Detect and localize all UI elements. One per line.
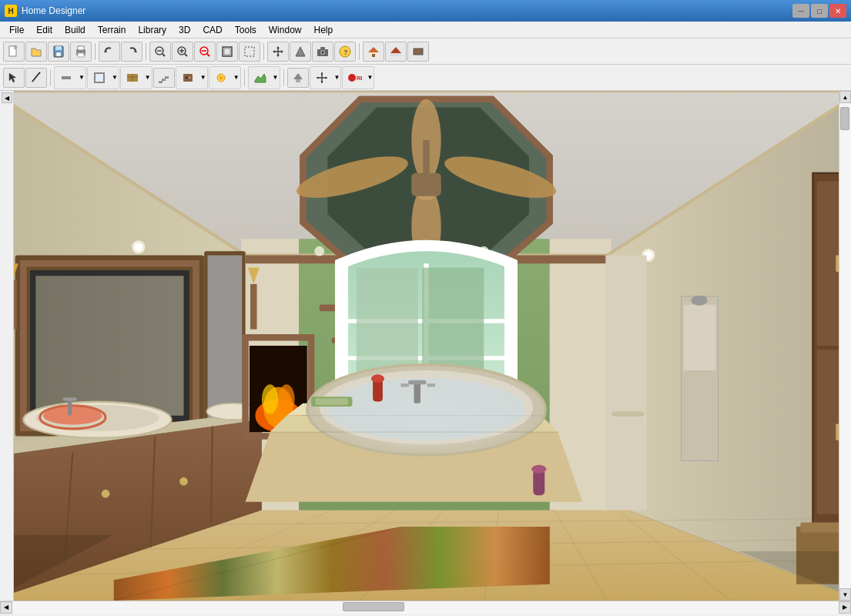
svg-rect-180 xyxy=(817,181,839,346)
scroll-left-arrow[interactable]: ◀ xyxy=(0,601,12,614)
menu-file[interactable]: File xyxy=(3,23,30,37)
menu-cad[interactable]: CAD xyxy=(196,23,228,37)
scroll-thumb-vertical[interactable] xyxy=(840,107,849,130)
svg-marker-28 xyxy=(296,47,305,56)
svg-rect-102 xyxy=(423,140,430,177)
undo-button[interactable] xyxy=(99,42,120,62)
menu-help[interactable]: Help xyxy=(307,23,339,37)
select-tool[interactable] xyxy=(3,68,25,88)
svg-rect-64 xyxy=(296,79,300,82)
svg-marker-35 xyxy=(368,47,379,52)
svg-rect-40 xyxy=(414,49,423,55)
svg-rect-174 xyxy=(605,256,646,511)
svg-rect-167 xyxy=(408,380,426,384)
wall-tool[interactable] xyxy=(55,68,77,88)
select-area-button[interactable] xyxy=(239,42,260,62)
record-button[interactable]: REC xyxy=(343,68,365,88)
move-button[interactable] xyxy=(267,42,289,62)
fit-button[interactable] xyxy=(216,42,238,62)
up-button[interactable] xyxy=(290,42,311,62)
terrain-tool-dropdown-arrow[interactable]: ▼ xyxy=(273,74,279,81)
scroll-down-arrow[interactable]: ▼ xyxy=(839,588,851,601)
wall-tool-group: ▼ xyxy=(54,66,86,89)
menu-library[interactable]: Library xyxy=(132,23,173,37)
floor-tool-dropdown-arrow[interactable]: ▼ xyxy=(145,74,151,81)
svg-rect-182 xyxy=(836,256,839,272)
toolbar2: ▼ ▼ ▼ ▼ ▼ ▼ xyxy=(0,65,851,91)
new-button[interactable] xyxy=(3,42,25,62)
fixture-tool-group: ▼ xyxy=(209,66,241,89)
floor-tool[interactable] xyxy=(122,68,143,88)
canvas-area[interactable]: ✦ xyxy=(14,91,839,601)
move-tool[interactable] xyxy=(311,68,333,88)
svg-point-107 xyxy=(314,246,324,256)
zoom-out2-button[interactable] xyxy=(194,42,216,62)
menu-tools[interactable]: Tools xyxy=(229,23,263,37)
svg-rect-5 xyxy=(78,46,84,50)
svg-point-104 xyxy=(134,243,142,252)
room-tool-dropdown-arrow[interactable]: ▼ xyxy=(112,74,118,81)
record-dropdown-arrow[interactable]: ▼ xyxy=(367,74,373,81)
svg-rect-185 xyxy=(800,523,839,533)
fixture-tool-dropdown-arrow[interactable]: ▼ xyxy=(233,74,240,81)
redo-button[interactable] xyxy=(121,42,142,62)
svg-rect-39 xyxy=(390,53,401,56)
svg-marker-67 xyxy=(320,72,323,75)
move-tool-dropdown-arrow[interactable]: ▼ xyxy=(334,74,340,81)
zoom-out-button[interactable] xyxy=(149,42,171,62)
svg-point-141 xyxy=(262,384,278,413)
minimize-button[interactable]: ─ xyxy=(792,4,809,18)
svg-point-142 xyxy=(278,384,294,413)
svg-rect-135 xyxy=(63,397,77,400)
svg-rect-45 xyxy=(62,76,71,79)
scroll-track-horizontal[interactable] xyxy=(12,601,839,614)
print-button[interactable] xyxy=(70,42,92,62)
room-tool-group: ▼ xyxy=(87,66,119,89)
up-view-button[interactable] xyxy=(287,68,309,88)
left-panel-button[interactable]: ◀ xyxy=(2,92,12,103)
toolbar2-separator3 xyxy=(283,69,284,86)
stairs-tool[interactable] xyxy=(153,68,175,88)
menu-terrain[interactable]: Terrain xyxy=(92,23,132,37)
help-button[interactable]: ? xyxy=(334,42,356,62)
cabinet-tool-group: ▼ xyxy=(176,66,208,89)
title-bar: H Home Designer ─ □ ✕ xyxy=(0,0,851,22)
menu-build[interactable]: Build xyxy=(59,23,92,37)
svg-point-128 xyxy=(102,490,110,498)
status-bar xyxy=(0,613,851,616)
svg-point-60 xyxy=(189,77,190,79)
wall-tool-dropdown-arrow[interactable]: ▼ xyxy=(79,74,85,81)
svg-text:REC: REC xyxy=(357,75,362,81)
roof-button[interactable] xyxy=(385,42,407,62)
svg-marker-38 xyxy=(390,47,401,53)
pencil-tool[interactable] xyxy=(25,68,47,88)
cabinet-tool-dropdown-arrow[interactable]: ▼ xyxy=(200,74,206,81)
zoom-in-button[interactable] xyxy=(172,42,193,62)
scroll-thumb-horizontal[interactable] xyxy=(343,602,404,611)
save-button[interactable] xyxy=(48,42,69,62)
house-exterior-button[interactable] xyxy=(363,42,384,62)
terrain-tool[interactable] xyxy=(250,68,271,88)
svg-line-18 xyxy=(207,54,209,56)
menu-3d[interactable]: 3D xyxy=(173,23,196,37)
svg-marker-63 xyxy=(293,73,303,79)
menu-window[interactable]: Window xyxy=(263,23,308,37)
scroll-right-arrow[interactable]: ▶ xyxy=(839,601,851,614)
toolbar-separator4 xyxy=(359,43,360,60)
cabinet-tool[interactable] xyxy=(177,68,199,88)
svg-rect-2 xyxy=(55,46,62,50)
open-button[interactable] xyxy=(25,42,47,62)
svg-rect-21 xyxy=(245,47,254,56)
toolbar2-separator2 xyxy=(244,69,245,86)
fixture-tool[interactable] xyxy=(210,68,232,88)
maximize-button[interactable]: □ xyxy=(811,4,828,18)
svg-rect-119 xyxy=(207,256,242,428)
scroll-up-arrow[interactable]: ▲ xyxy=(839,91,851,103)
menu-edit[interactable]: Edit xyxy=(30,23,59,37)
close-button[interactable]: ✕ xyxy=(829,4,846,18)
scroll-track-vertical[interactable] xyxy=(839,103,851,588)
room-tool[interactable] xyxy=(89,68,110,88)
svg-point-71 xyxy=(348,74,356,82)
floor-button[interactable] xyxy=(407,42,429,62)
camera-button[interactable] xyxy=(312,42,333,62)
